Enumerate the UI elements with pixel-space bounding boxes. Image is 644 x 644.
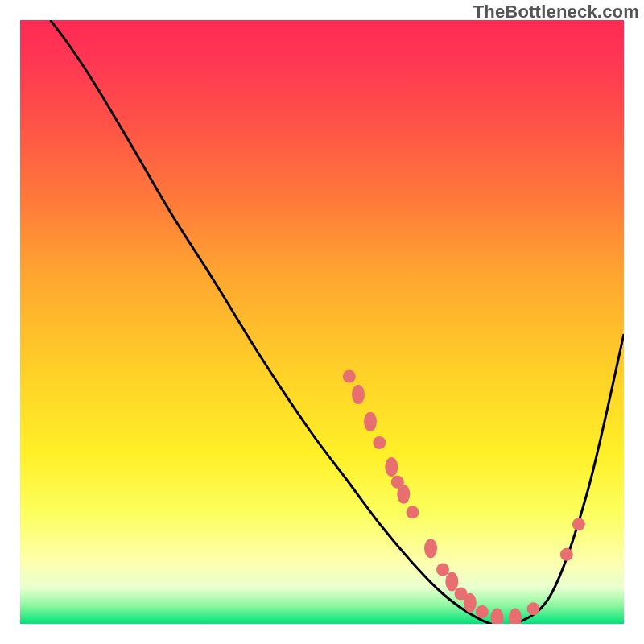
data-marker (476, 605, 489, 618)
data-marker (424, 539, 437, 558)
data-marker (445, 572, 458, 592)
data-marker (397, 485, 410, 504)
data-marker (509, 609, 522, 625)
data-marker (352, 385, 365, 404)
data-marker (527, 602, 540, 615)
bottleneck-curve (51, 20, 625, 624)
data-marker (407, 506, 419, 518)
marker-group (343, 370, 585, 625)
chart-overlay (20, 20, 624, 624)
data-marker (385, 457, 398, 477)
data-marker (464, 593, 477, 613)
data-marker (364, 412, 377, 431)
data-marker (560, 548, 573, 561)
data-marker (572, 518, 585, 530)
plot-area (20, 20, 624, 624)
watermark-text: TheBottleneck.com (473, 2, 639, 23)
data-marker (491, 609, 504, 625)
data-marker (373, 436, 386, 449)
chart-container: TheBottleneck.com (0, 0, 644, 644)
data-marker (343, 370, 356, 383)
data-marker (436, 564, 449, 576)
